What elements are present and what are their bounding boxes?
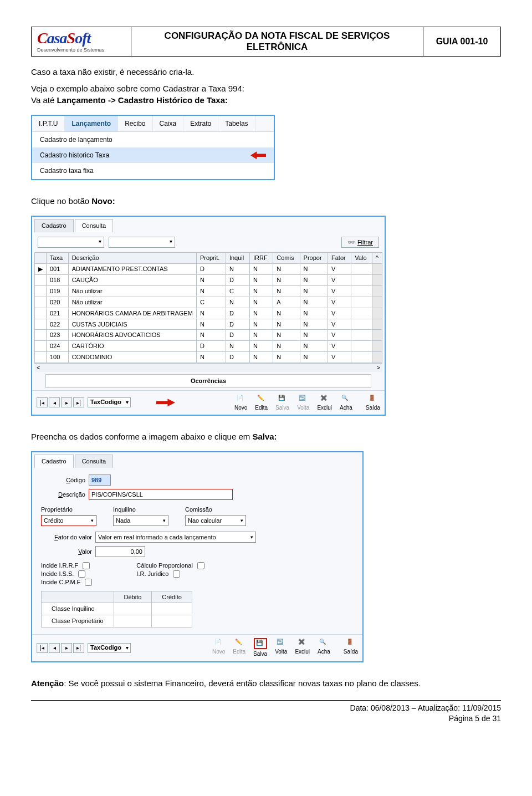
chk-irjur: I.R. Juridico <box>136 570 204 578</box>
comissao-combo[interactable]: Nao calcular <box>185 515 246 526</box>
valor-input[interactable]: 0,00 <box>95 546 145 557</box>
table-row[interactable]: 100CONDOMINIONDNNNV <box>35 352 382 363</box>
col-proprit[interactable]: Proprit. <box>196 253 226 264</box>
col-fator[interactable]: Fator <box>328 253 351 264</box>
salva-button-2[interactable]: 💾Salva <box>253 638 267 658</box>
acha-button[interactable]: 🔍Acha <box>340 394 352 412</box>
edita-button-2[interactable]: ✏️Edita <box>233 638 245 658</box>
codigo-input[interactable]: 989 <box>89 474 111 486</box>
descricao-input[interactable]: PIS/COFINS/CSLL <box>89 489 233 500</box>
chk-cpmf-box[interactable] <box>85 579 92 586</box>
table-row[interactable]: 020Não utilizarCNNANV <box>35 297 382 308</box>
saida-button-2[interactable]: 🚪Saída <box>344 638 358 658</box>
document-code: GUIA 001-10 <box>423 27 501 57</box>
volta-button-2[interactable]: ↩️Volta <box>275 638 287 658</box>
edita-button[interactable]: ✏️Edita <box>255 394 268 412</box>
cell-prop-deb[interactable] <box>114 615 152 627</box>
exclui-button[interactable]: ✖️Exclui <box>317 394 332 412</box>
cell-inq-cred[interactable] <box>152 603 192 615</box>
nav-next-button[interactable]: ▸ <box>61 397 72 407</box>
nav-last-button[interactable]: ▸| <box>73 397 84 407</box>
nav-sort-combo-2[interactable]: TaxCodigo <box>88 643 131 653</box>
chk-irjur-box[interactable] <box>173 570 180 578</box>
table-cell: N <box>196 275 226 286</box>
nav-sort-combo[interactable]: TaxCodigo <box>88 397 131 407</box>
menu-caixa[interactable]: Caixa <box>153 116 184 131</box>
tab-consulta[interactable]: Consulta <box>75 219 113 232</box>
col-valo[interactable]: Valo <box>351 253 372 264</box>
cell-prop-cred[interactable] <box>152 615 192 627</box>
exclui-label: Exclui <box>317 404 332 412</box>
filter-row: 👓 Filtrar <box>32 232 385 253</box>
filter-button[interactable]: 👓 Filtrar <box>341 237 379 248</box>
glasses-icon: 👓 <box>347 238 355 247</box>
nav-prev-button[interactable]: ◂ <box>49 397 60 407</box>
scrollbar-cell[interactable] <box>372 330 382 341</box>
table-row[interactable]: 021HONORÁRIOS CAMARA DE ARBITRAGEMNDNNNV <box>35 308 382 319</box>
scrollbar-cell[interactable] <box>372 285 382 297</box>
menu-recibo[interactable]: Recibo <box>118 116 152 131</box>
filter-combo-1[interactable] <box>38 237 104 248</box>
table-cell: V <box>328 352 351 363</box>
scrollbar-cell[interactable] <box>372 308 382 319</box>
table-row[interactable]: ▶001ADIANTAMENTO PREST.CONTASDNNNNV <box>35 264 382 275</box>
undo-icon-2: ↩️ <box>277 638 285 647</box>
tab-consulta-2[interactable]: Consulta <box>75 455 113 468</box>
nav-last-2[interactable]: ▸| <box>73 643 84 653</box>
chk-iss-box[interactable] <box>78 570 85 578</box>
scrollbar-cell[interactable] <box>372 275 382 286</box>
cell-inq-deb[interactable] <box>114 603 152 615</box>
table-cell: V <box>328 297 351 308</box>
chk-calcprop-box[interactable] <box>197 562 204 569</box>
salva-button[interactable]: 💾Salva <box>275 394 289 412</box>
acha-button-2[interactable]: 🔍Acha <box>318 638 330 658</box>
scrollbar-cell[interactable] <box>372 264 382 275</box>
dropdown-cadastro-lancamento[interactable]: Cadastro de lançamento <box>32 132 274 147</box>
nav-first-2[interactable]: |◂ <box>37 643 48 653</box>
col-comis[interactable]: Comis <box>273 253 300 264</box>
col-taxa[interactable]: Taxa <box>47 253 69 264</box>
delete-icon: ✖️ <box>320 394 329 403</box>
menu-tabelas[interactable]: Tabelas <box>218 116 255 131</box>
table-row[interactable]: 022CUSTAS JUDICIAISNDNNNV <box>35 319 382 330</box>
form-body: Código 989 Descrição PIS/COFINS/CSLL Pro… <box>32 468 362 634</box>
table-row[interactable]: 018CAUÇÃONDNNNV <box>35 275 382 286</box>
nav-first-button[interactable]: |◂ <box>37 397 48 407</box>
novo-button-2[interactable]: 📄Novo <box>212 638 225 658</box>
table-row[interactable]: 023HONORÁRIOS ADVOCATICIOSNDNNNV <box>35 330 382 341</box>
col-descricao[interactable]: Descrição <box>68 253 196 264</box>
menu-iptu[interactable]: I.P.T.U <box>32 116 65 131</box>
nav-next-2[interactable]: ▸ <box>61 643 72 653</box>
dropdown-cadastro-taxa-fixa[interactable]: Cadastro taxa fixa <box>32 163 274 178</box>
horizontal-scroll[interactable]: <> <box>34 363 382 372</box>
col-propor[interactable]: Propor <box>300 253 328 264</box>
nav-prev-2[interactable]: ◂ <box>49 643 60 653</box>
scrollbar-cell[interactable] <box>372 319 382 330</box>
table-row[interactable]: 019Não utilizarNCNNNV <box>35 285 382 297</box>
table-cell: N <box>196 352 226 363</box>
proprietario-combo[interactable]: Crédito <box>41 515 96 526</box>
saida-button[interactable]: 🚪Saída <box>366 394 380 412</box>
menu-lancamento[interactable]: Lançamento <box>65 116 118 131</box>
tab-cadastro[interactable]: Cadastro <box>34 219 74 232</box>
volta-button[interactable]: ↩️Volta <box>297 394 309 412</box>
tab-cadastro-2[interactable]: Cadastro <box>34 455 74 468</box>
exclui-button-2[interactable]: ✖️Exclui <box>295 638 310 658</box>
filter-combo-2[interactable] <box>109 237 175 248</box>
table-cell: N <box>226 341 249 352</box>
novo-button[interactable]: 📄Novo <box>234 394 247 412</box>
col-irrf[interactable]: IRRF <box>249 253 273 264</box>
table-row[interactable]: 024CARTÓRIODNNNNV <box>35 341 382 352</box>
dropdown-cadastro-historico-taxa[interactable]: Cadastro historico Taxa <box>32 147 274 163</box>
fator-combo[interactable]: Valor em real informado a cada lançament… <box>95 532 256 543</box>
table-cell: N <box>249 275 273 286</box>
logo: CasaSoft Desenvolvimento de Sistemas <box>37 30 125 53</box>
scrollbar-cell[interactable] <box>372 297 382 308</box>
volta-label-2: Volta <box>275 648 287 656</box>
chk-irrf-box[interactable] <box>83 562 90 569</box>
menu-extrato[interactable]: Extrato <box>183 116 218 131</box>
scrollbar-cell[interactable] <box>372 341 382 352</box>
scrollbar-cell[interactable] <box>372 352 382 363</box>
inquilino-combo[interactable]: Nada <box>113 515 168 526</box>
col-inquil[interactable]: Inquil <box>226 253 249 264</box>
